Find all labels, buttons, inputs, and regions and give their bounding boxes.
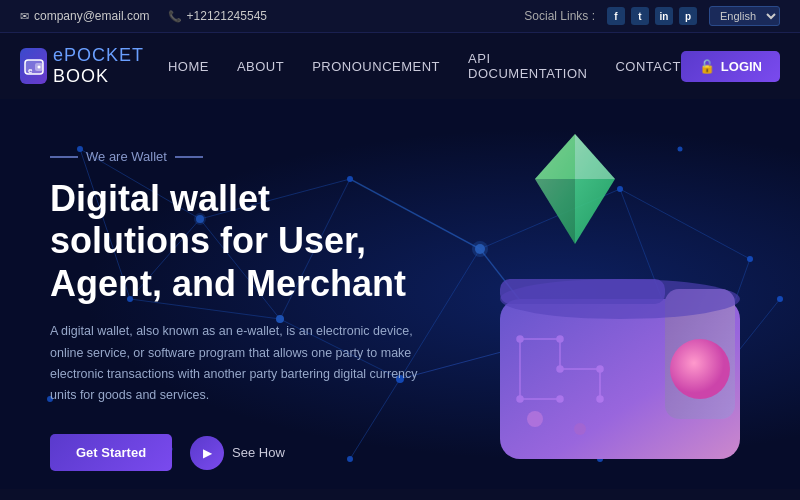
svg-point-61 (517, 396, 523, 402)
language-select[interactable]: English French (709, 6, 780, 26)
hero-content: We are Wallet Digital wallet solutions f… (50, 149, 470, 471)
twitter-icon[interactable]: t (631, 7, 649, 25)
svg-point-68 (670, 339, 730, 399)
svg-point-60 (517, 336, 523, 342)
wallet-illustration (440, 119, 780, 479)
phone-text: +12121245545 (187, 9, 267, 23)
we-are-label: We are Wallet (50, 149, 470, 164)
svg-point-64 (527, 411, 543, 427)
hero-section: We are Wallet Digital wallet solutions f… (0, 99, 800, 489)
svg-point-63 (597, 396, 603, 402)
hero-description: A digital wallet, also known as an e-wal… (50, 321, 430, 406)
logo-book: BOOK (53, 66, 109, 86)
linkedin-icon[interactable]: in (655, 7, 673, 25)
see-how-group[interactable]: ▶ See How (190, 436, 285, 470)
nav-pronouncement[interactable]: PRONOUNCEMENT (312, 59, 440, 74)
nav-about[interactable]: ABOUT (237, 59, 284, 74)
facebook-icon[interactable]: f (607, 7, 625, 25)
social-links: f t in p (607, 7, 697, 25)
login-button[interactable]: 🔓 LOGIN (681, 51, 780, 82)
nav-home[interactable]: HOME (168, 59, 209, 74)
email-icon: ✉ (20, 10, 29, 23)
play-button[interactable]: ▶ (190, 436, 224, 470)
login-icon: 🔓 (699, 59, 715, 74)
svg-point-58 (557, 366, 563, 372)
svg-point-2 (37, 66, 40, 69)
svg-point-59 (597, 366, 603, 372)
email-contact: ✉ company@email.com (20, 9, 150, 23)
svg-text:e: e (28, 66, 33, 75)
logo-text: ePOCKET BOOK (53, 45, 168, 87)
svg-point-65 (574, 423, 586, 435)
topbar: ✉ company@email.com 📞 +12121245545 Socia… (0, 0, 800, 33)
svg-point-57 (557, 336, 563, 342)
email-text: company@email.com (34, 9, 150, 23)
logo-prefix: e (53, 45, 64, 65)
see-how-label: See How (232, 445, 285, 460)
svg-point-62 (557, 396, 563, 402)
logo-icon: e (20, 48, 47, 84)
svg-rect-70 (500, 279, 665, 304)
phone-icon: 📞 (168, 10, 182, 23)
nav-links: HOME ABOUT PRONOUNCEMENT API DOCUMENTATI… (168, 51, 681, 81)
get-started-button[interactable]: Get Started (50, 434, 172, 471)
hero-title: Digital wallet solutions for User, Agent… (50, 178, 470, 305)
svg-marker-47 (575, 134, 615, 179)
phone-contact: 📞 +12121245545 (168, 9, 267, 23)
logo: e ePOCKET BOOK (20, 45, 168, 87)
hero-actions: Get Started ▶ See How (50, 434, 470, 471)
topbar-right: Social Links : f t in p English French (524, 6, 780, 26)
topbar-left: ✉ company@email.com 📞 +12121245545 (20, 9, 267, 23)
nav-contact[interactable]: CONTACT (615, 59, 680, 74)
svg-marker-49 (535, 134, 575, 179)
we-are-line-right (175, 156, 203, 158)
navbar: e ePOCKET BOOK HOME ABOUT PRONOUNCEMENT … (0, 33, 800, 99)
wallet-body-svg (480, 219, 780, 479)
we-are-line (50, 156, 78, 158)
pinterest-icon[interactable]: p (679, 7, 697, 25)
nav-api-docs[interactable]: API DOCUMENTATION (468, 51, 587, 81)
social-label: Social Links : (524, 9, 595, 23)
